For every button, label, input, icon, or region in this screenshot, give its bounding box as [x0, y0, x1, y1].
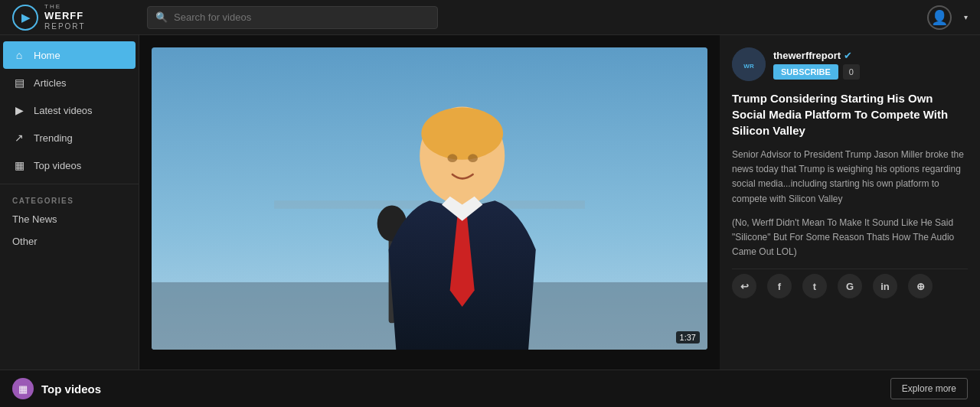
share-row: ↩ f t G in ⊕ [732, 269, 968, 298]
latest-videos-icon: ▶ [12, 103, 26, 117]
sidebar-item-top-videos[interactable]: ▦ Top videos [0, 151, 139, 179]
channel-row: WR thewerffreport ✔ SUBSCRIBE 0 [732, 47, 968, 81]
video-description-2: (No, Werff Didn't Mean To Make It Sound … [732, 216, 968, 260]
video-description-1: Senior Advisor to President Trump Jason … [732, 148, 968, 207]
sidebar: ⌂ Home ▤ Articles ▶ Latest videos ↗ Tren… [0, 35, 139, 370]
logo: ▶ THE WERFF REPORT [12, 4, 135, 30]
logo-text: THE WERFF REPORT [44, 4, 86, 30]
search-icon: 🔍 [155, 11, 168, 23]
sidebar-item-home-label: Home [34, 50, 60, 61]
google-share-icon[interactable]: G [838, 274, 862, 298]
sidebar-item-top-videos-label: Top videos [34, 160, 81, 171]
info-panel: WR thewerffreport ✔ SUBSCRIBE 0 Trump Co… [720, 35, 980, 370]
channel-avatar: WR [732, 47, 766, 81]
pinterest-share-icon[interactable]: ⊕ [908, 274, 933, 298]
explore-more-button[interactable]: Explore more [890, 378, 968, 399]
video-section: 1:37 [139, 35, 720, 370]
svg-point-8 [468, 154, 478, 162]
trending-icon: ↗ [12, 131, 26, 145]
subscriber-count: 0 [843, 64, 860, 80]
sidebar-item-articles[interactable]: ▤ Articles [0, 69, 139, 96]
sidebar-item-trending-label: Trending [34, 132, 73, 144]
svg-text:WR: WR [743, 63, 754, 70]
sidebar-item-trending[interactable]: ↗ Trending [0, 124, 139, 151]
body: ⌂ Home ▤ Articles ▶ Latest videos ↗ Tren… [0, 35, 980, 370]
sidebar-category-the-news[interactable]: The News [0, 208, 139, 230]
user-dropdown-icon[interactable]: ▾ [964, 13, 968, 21]
channel-info: thewerffreport ✔ SUBSCRIBE 0 [773, 50, 860, 80]
linkedin-share-icon[interactable]: in [873, 274, 897, 298]
categories-label: CATEGORIES [0, 189, 139, 208]
logo-werff: WERFF [44, 11, 86, 21]
sidebar-item-latest-videos[interactable]: ▶ Latest videos [0, 96, 139, 124]
video-duration: 1:37 [676, 331, 700, 344]
facebook-share-icon[interactable]: f [767, 274, 792, 298]
subscribe-row: SUBSCRIBE 0 [773, 64, 860, 80]
twitter-share-icon[interactable]: t [802, 274, 827, 298]
video-scene-svg [152, 47, 707, 350]
svg-point-7 [447, 154, 457, 162]
channel-name-row: thewerffreport ✔ [773, 50, 860, 61]
sidebar-category-other[interactable]: Other [0, 230, 139, 252]
video-player[interactable]: 1:37 [152, 47, 707, 350]
sidebar-item-latest-videos-label: Latest videos [34, 105, 93, 116]
search-bar[interactable]: 🔍 [147, 6, 438, 29]
subscribe-button[interactable]: SUBSCRIBE [773, 64, 838, 80]
top-videos-bar-icon: ▦ [12, 378, 34, 399]
header: ▶ THE WERFF REPORT 🔍 👤 ▾ [0, 0, 980, 35]
video-title: Trump Considering Starting His Own Socia… [732, 90, 968, 138]
articles-icon: ▤ [12, 76, 26, 90]
logo-icon: ▶ [12, 5, 38, 31]
sidebar-item-home[interactable]: ⌂ Home [3, 41, 136, 69]
home-icon: ⌂ [12, 48, 26, 62]
top-videos-icon: ▦ [12, 158, 26, 172]
bottom-bar: ▦ Top videos Explore more [0, 370, 980, 407]
top-videos-bar-label: Top videos [41, 383, 101, 396]
svg-point-6 [421, 107, 503, 159]
search-input[interactable] [174, 11, 430, 23]
share-icon[interactable]: ↩ [732, 274, 756, 298]
channel-name: thewerffreport [773, 50, 841, 61]
main-content: 1:37 WR thewerffreport ✔ SU [139, 35, 980, 370]
user-avatar-icon[interactable]: 👤 [927, 5, 952, 30]
logo-report: REPORT [44, 22, 86, 31]
video-thumbnail [152, 47, 707, 350]
verified-badge-icon: ✔ [844, 50, 852, 61]
sidebar-item-articles-label: Articles [34, 77, 67, 89]
